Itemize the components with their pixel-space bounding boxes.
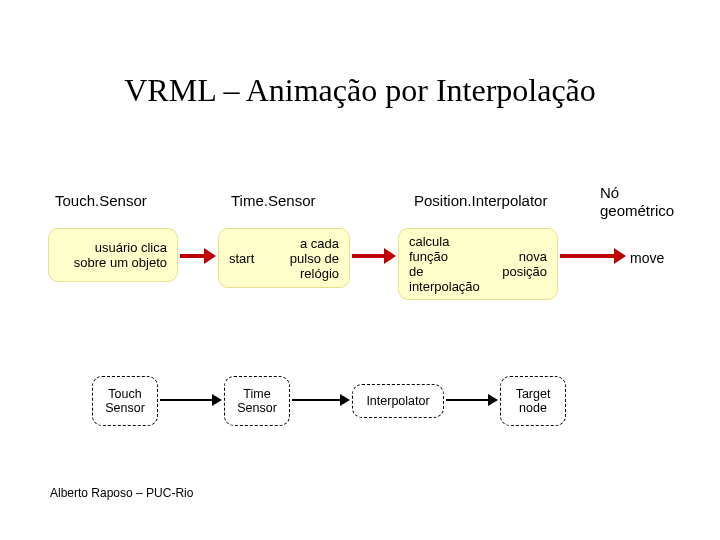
heading-position-interpolator: Position.Interpolator (414, 192, 547, 210)
slide-title: VRML – Animação por Interpolação (0, 72, 720, 109)
heading-time-sensor: Time.Sensor (231, 192, 315, 210)
dbox-target-node: Target node (500, 376, 566, 426)
box-interpolator-right: nova posição (494, 249, 547, 279)
arrow-2 (352, 254, 386, 258)
box-time-sensor-right: a cada pulso de relógio (290, 236, 339, 281)
box-touch-sensor: usuário clica sobre um objeto (48, 228, 178, 282)
arrow-1 (180, 254, 206, 258)
small-arrow-1 (160, 399, 214, 401)
box-interpolator-left: calcula função de interpolação (409, 234, 480, 294)
box-touch-sensor-text: usuário clica sobre um objeto (74, 240, 167, 270)
label-move: move (630, 250, 664, 266)
box-time-sensor-left: start (229, 251, 254, 266)
dbox-touch-sensor: Touch Sensor (92, 376, 158, 426)
heading-touch-sensor: Touch.Sensor (55, 192, 147, 210)
footer-credit: Alberto Raposo – PUC-Rio (50, 486, 193, 500)
dbox-time-sensor: Time Sensor (224, 376, 290, 426)
small-arrow-2 (292, 399, 342, 401)
heading-geometric-node: Nó geométrico (600, 184, 674, 220)
arrow-3 (560, 254, 616, 258)
box-interpolator: calcula função de interpolação nova posi… (398, 228, 558, 300)
small-arrow-3 (446, 399, 490, 401)
dbox-interpolator: Interpolator (352, 384, 444, 418)
box-time-sensor: start a cada pulso de relógio (218, 228, 350, 288)
